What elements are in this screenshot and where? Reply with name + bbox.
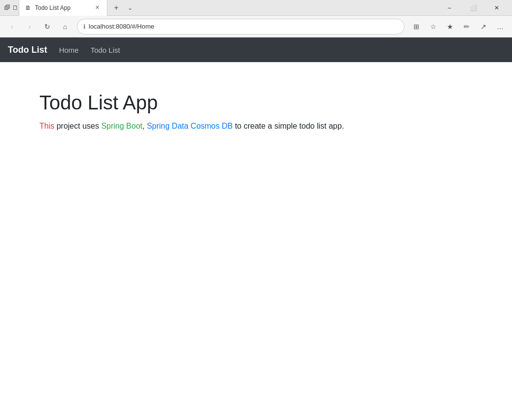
tab-list-button[interactable]: ⌄ (123, 1, 137, 15)
browser-actions: ⊞ ☆ ★ ✏ ↗ … (409, 19, 508, 35)
forward-button[interactable]: › (22, 19, 37, 35)
address-bar[interactable]: ℹ localhost:8080/#/Home (77, 19, 405, 35)
tab-close-button[interactable]: ✕ (93, 4, 101, 12)
desc-spring-boot: Spring Boot (101, 122, 142, 130)
desc-rest: to create a simple todo list app. (233, 122, 344, 130)
page-title: Todo List App (39, 92, 473, 114)
nav-bar: ‹ › ↻ ⌂ ℹ localhost:8080/#/Home ⊞ ☆ ★ ✏ … (0, 16, 512, 37)
desc-spring-data-cosmos: Spring Data Cosmos DB (147, 122, 233, 130)
page-description: This project uses Spring Boot, Spring Da… (39, 122, 473, 131)
maximize-button[interactable]: ⬜ (462, 0, 484, 16)
desc-comma1: , (142, 122, 147, 130)
back-button[interactable]: ‹ (4, 19, 20, 35)
active-tab[interactable]: 🗎 Todo List App ✕ (19, 0, 107, 16)
url-text: localhost:8080/#/Home (89, 23, 398, 30)
window-controls: – ⬜ ✕ (438, 0, 508, 16)
reading-view-button[interactable]: ⊞ (409, 19, 424, 35)
title-bar: 🗊 🗋 🗎 Todo List App ✕ + ⌄ – ⬜ ✕ (0, 0, 512, 16)
security-icon: ℹ (83, 23, 86, 30)
tab-favicon: 🗎 (25, 4, 31, 11)
share-button[interactable]: ↗ (476, 19, 491, 35)
page-content: Todo List App This project uses Spring B… (0, 62, 512, 420)
close-button[interactable]: ✕ (485, 0, 508, 16)
desc-project-uses: project uses (54, 122, 101, 130)
desc-this: This (39, 122, 54, 130)
tabs-area: 🗊 🗋 🗎 Todo List App ✕ + ⌄ (4, 0, 438, 15)
tab-title: Todo List App (35, 4, 70, 11)
browser-window: 🗊 🗋 🗎 Todo List App ✕ + ⌄ – ⬜ ✕ ‹ › ↻ ⌂ … (0, 0, 512, 420)
nav-link-todo-list[interactable]: Todo List (91, 46, 120, 54)
browser-icon: 🗊 🗋 (4, 4, 19, 11)
notes-button[interactable]: ✏ (459, 19, 475, 35)
nav-link-home[interactable]: Home (59, 46, 79, 54)
new-tab-button[interactable]: + (109, 1, 123, 15)
favorites-button[interactable]: ☆ (425, 19, 441, 35)
minimize-button[interactable]: – (438, 0, 461, 16)
favorites-hub-button[interactable]: ★ (442, 19, 458, 35)
navbar-brand[interactable]: Todo List (8, 45, 47, 55)
app-navbar: Todo List Home Todo List (0, 37, 512, 62)
home-button[interactable]: ⌂ (57, 19, 73, 35)
refresh-button[interactable]: ↻ (39, 19, 55, 35)
settings-button[interactable]: … (492, 19, 508, 35)
